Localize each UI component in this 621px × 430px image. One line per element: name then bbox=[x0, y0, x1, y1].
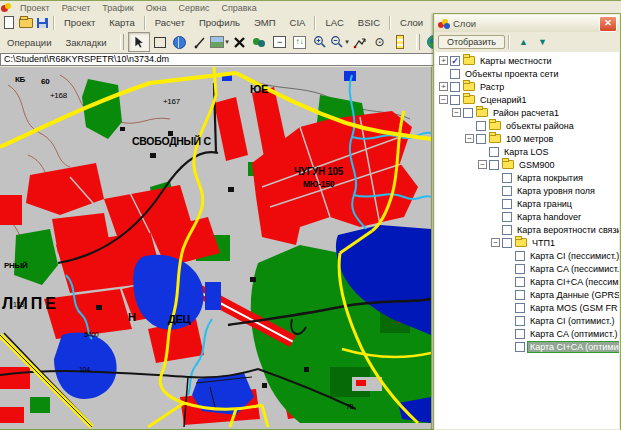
tree-item-label[interactable]: ЧТП1 bbox=[530, 238, 557, 248]
center-map-tool-button[interactable]: ⊙ bbox=[370, 33, 390, 51]
tree-checkbox[interactable] bbox=[502, 238, 512, 248]
layers-button[interactable]: Слои bbox=[393, 15, 430, 30]
tree-item-label[interactable]: 100 метров bbox=[504, 134, 555, 144]
pointer-tool-button[interactable] bbox=[128, 32, 150, 52]
layers-panel-titlebar[interactable]: Слои ✕ bbox=[435, 15, 619, 33]
tree-checkbox[interactable] bbox=[515, 264, 525, 274]
zoom-out-tool-button[interactable]: ▾ bbox=[330, 33, 350, 51]
tree-checkbox[interactable] bbox=[476, 134, 486, 144]
move-down-button[interactable]: ▼ bbox=[534, 35, 551, 50]
globe-view-tool-button[interactable] bbox=[170, 33, 190, 51]
tree-item-label[interactable]: Карта MOS (GSM FR 13 kbps) bbox=[528, 303, 619, 313]
save-file-button[interactable] bbox=[34, 15, 51, 30]
tree-expander[interactable]: + bbox=[439, 82, 448, 91]
tree-item-label[interactable]: GSM900 bbox=[517, 160, 557, 170]
tree-checkbox[interactable] bbox=[515, 303, 525, 313]
tree-expander[interactable]: − bbox=[478, 160, 487, 169]
tree-checkbox[interactable] bbox=[450, 69, 460, 79]
menu-raschet[interactable]: Расчет bbox=[56, 3, 97, 13]
refresh-icon: ↑↓ bbox=[293, 36, 306, 49]
tree-checkbox[interactable] bbox=[463, 108, 473, 118]
draw-line-tool-button[interactable] bbox=[190, 33, 210, 51]
tree-checkbox[interactable] bbox=[515, 316, 525, 326]
tree-item-label[interactable]: Карта CI+CA (оптимист.) bbox=[528, 342, 619, 352]
bsic-button[interactable]: BSIC bbox=[351, 15, 387, 30]
tree-checkbox[interactable] bbox=[450, 95, 460, 105]
tree-item-label[interactable]: Карта CA (пессимист.) bbox=[528, 264, 619, 274]
tree-item-label[interactable]: Карта границ bbox=[515, 199, 574, 209]
new-file-button[interactable] bbox=[0, 15, 17, 30]
tree-checkbox[interactable] bbox=[502, 199, 512, 209]
emp-button[interactable]: ЭМП bbox=[247, 15, 283, 30]
tree-expander[interactable]: + bbox=[439, 56, 448, 65]
cia-button[interactable]: CIA bbox=[283, 15, 313, 30]
tree-item-label[interactable]: Растр bbox=[478, 82, 506, 92]
tree-checkbox[interactable] bbox=[502, 173, 512, 183]
tree-item-label[interactable]: Карта CI+CA (пессимист.) bbox=[528, 277, 619, 287]
tree-item-label[interactable]: Карта LOS bbox=[502, 147, 551, 157]
tree-checkbox[interactable] bbox=[515, 277, 525, 287]
tree-checkbox[interactable] bbox=[450, 82, 460, 92]
toolbar-grip[interactable] bbox=[120, 34, 124, 50]
tree-checkbox[interactable] bbox=[476, 121, 486, 131]
tree-expander[interactable]: − bbox=[491, 238, 500, 247]
tree-item-label[interactable]: объекты района bbox=[504, 121, 576, 131]
display-button[interactable]: Отобразить bbox=[438, 35, 505, 49]
map-button[interactable]: Карта bbox=[102, 15, 141, 30]
menu-okna[interactable]: Окна bbox=[140, 3, 173, 13]
menu-spravka[interactable]: Справка bbox=[215, 3, 262, 13]
tree-checkbox[interactable] bbox=[515, 251, 525, 261]
tree-item-label[interactable]: Объекты проекта сети bbox=[463, 69, 560, 79]
dropdown-caret-icon[interactable]: ▾ bbox=[345, 38, 349, 46]
zoom-in-tool-button[interactable] bbox=[310, 33, 330, 51]
tree-item-label[interactable]: Сценарий1 bbox=[478, 95, 529, 105]
open-file-button[interactable] bbox=[17, 15, 34, 30]
tree-item-label[interactable]: Карта покрытия bbox=[515, 173, 585, 183]
tree-checkbox[interactable] bbox=[489, 160, 499, 170]
project-button[interactable]: Проект bbox=[57, 15, 102, 30]
map-canvas[interactable]: СВОБОДНЫЙ С ЧУГУН 105 МЮ-150 ЛИПЕ РНЫЙ 1… bbox=[0, 67, 431, 429]
pan-cross-icon bbox=[233, 36, 246, 49]
tree-item-label[interactable]: Карта handover bbox=[515, 212, 583, 222]
tree-item-label[interactable]: Карта CI (оптимист.) bbox=[528, 316, 616, 326]
tree-item-label[interactable]: Карты местности bbox=[478, 56, 554, 66]
refresh-scale-tool-button[interactable]: ↑↓ bbox=[290, 33, 310, 51]
tree-checkbox[interactable] bbox=[502, 225, 512, 235]
tree-checkbox[interactable] bbox=[515, 329, 525, 339]
tree-checkbox[interactable] bbox=[515, 342, 525, 352]
tree-item-label[interactable]: Карта CA (оптимист.) bbox=[528, 329, 619, 339]
operations-menu[interactable]: Операции bbox=[0, 35, 58, 50]
move-up-button[interactable]: ▲ bbox=[515, 35, 532, 50]
select-rect-tool-button[interactable] bbox=[150, 33, 170, 51]
tree-checkbox[interactable] bbox=[515, 290, 525, 300]
menu-trafik[interactable]: Трафик bbox=[96, 3, 139, 13]
tree-expander[interactable]: − bbox=[439, 95, 448, 104]
legend-tool-button[interactable] bbox=[390, 33, 410, 51]
profile-button[interactable]: Профиль bbox=[192, 15, 247, 30]
tree-item-label[interactable]: Карта вероятности связи bbox=[515, 225, 619, 235]
fit-extent-tool-button[interactable] bbox=[230, 33, 250, 51]
menu-servis[interactable]: Сервис bbox=[173, 3, 216, 13]
lac-button[interactable]: LAC bbox=[318, 15, 350, 30]
tree-checkbox[interactable] bbox=[502, 186, 512, 196]
measure-tool-button[interactable] bbox=[350, 33, 370, 51]
menu-proekt[interactable]: Проект bbox=[14, 3, 56, 13]
close-icon[interactable]: ✕ bbox=[599, 16, 617, 32]
layer-colors-tool-button[interactable] bbox=[250, 33, 270, 51]
tree-checkbox[interactable] bbox=[502, 212, 512, 222]
tree-row: −GSM900 bbox=[435, 158, 619, 171]
dropdown-caret-icon[interactable]: ▾ bbox=[225, 38, 229, 46]
tree-expander[interactable]: − bbox=[465, 134, 474, 143]
map-image-tool-button[interactable]: ▾ bbox=[210, 33, 230, 51]
tree-item-label[interactable]: Карта уровня поля bbox=[515, 186, 597, 196]
toolbar-grip[interactable] bbox=[416, 34, 420, 50]
tree-checkbox[interactable] bbox=[489, 147, 499, 157]
tree-item-label[interactable]: Карта Данные (GPRS) bbox=[528, 290, 619, 300]
tree-item-label[interactable]: Район расчета1 bbox=[491, 108, 561, 118]
tree-item-label[interactable]: Карта CI (пессимист.) bbox=[528, 251, 619, 261]
calc-button[interactable]: Расчет bbox=[148, 15, 192, 30]
tree-expander[interactable]: − bbox=[452, 108, 461, 117]
bookmarks-menu[interactable]: Закладки bbox=[58, 35, 113, 50]
tree-checkbox[interactable]: ✓ bbox=[450, 56, 460, 66]
collapse-box-tool-button[interactable]: − bbox=[270, 33, 290, 51]
